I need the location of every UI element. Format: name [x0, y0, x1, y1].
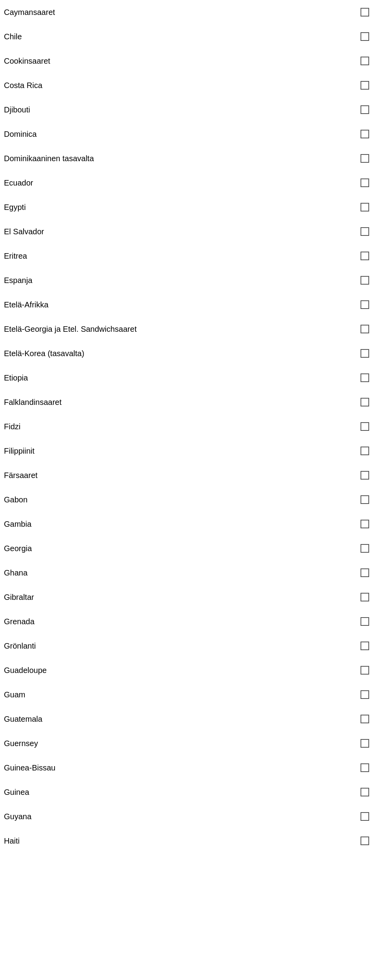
- country-checkbox[interactable]: [361, 154, 369, 163]
- list-item: Etelä-Georgia ja Etel. Sandwichsaaret: [0, 317, 377, 341]
- list-item: Grenada: [0, 609, 377, 634]
- country-label: Färsaaret: [4, 471, 353, 480]
- country-checkbox[interactable]: [361, 447, 369, 455]
- country-label: Fidzi: [4, 422, 353, 431]
- country-checkbox[interactable]: [361, 495, 369, 504]
- country-label: Espanja: [4, 276, 353, 285]
- country-checkbox[interactable]: [361, 203, 369, 211]
- country-label: Costa Rica: [4, 81, 353, 90]
- country-checkbox[interactable]: [361, 422, 369, 431]
- country-label: Grönlanti: [4, 642, 353, 651]
- country-label: Ghana: [4, 568, 353, 577]
- country-checkbox[interactable]: [361, 81, 369, 90]
- country-label: Gabon: [4, 495, 353, 504]
- list-item: Guatemala: [0, 707, 377, 731]
- country-label: Eritrea: [4, 252, 353, 261]
- country-checkbox[interactable]: [361, 471, 369, 480]
- list-item: Egypti: [0, 195, 377, 219]
- list-item: Gabon: [0, 487, 377, 512]
- list-item: Chile: [0, 24, 377, 49]
- list-item: Guernsey: [0, 731, 377, 756]
- country-label: Guinea: [4, 788, 353, 797]
- country-checkbox[interactable]: [361, 57, 369, 65]
- country-checkbox[interactable]: [361, 812, 369, 821]
- list-item: Espanja: [0, 268, 377, 292]
- country-label: Guernsey: [4, 739, 353, 748]
- list-item: Caymansaaret: [0, 0, 377, 24]
- country-label: Chile: [4, 32, 353, 41]
- list-item: Guadeloupe: [0, 658, 377, 682]
- list-item: Guinea: [0, 780, 377, 804]
- country-checkbox[interactable]: [361, 8, 369, 17]
- country-checkbox[interactable]: [361, 544, 369, 553]
- country-checkbox[interactable]: [361, 837, 369, 845]
- list-item: Etelä-Korea (tasavalta): [0, 341, 377, 366]
- country-label: Dominica: [4, 130, 353, 139]
- country-label: Guinea-Bissau: [4, 763, 353, 772]
- list-item: Eritrea: [0, 244, 377, 268]
- country-checkbox[interactable]: [361, 568, 369, 577]
- list-item: Ecuador: [0, 171, 377, 195]
- country-checkbox[interactable]: [361, 252, 369, 260]
- list-item: El Salvador: [0, 219, 377, 244]
- list-item: Falklandinsaaret: [0, 390, 377, 414]
- list-item: Djibouti: [0, 97, 377, 122]
- country-checkbox[interactable]: [361, 520, 369, 528]
- country-label: Egypti: [4, 203, 353, 212]
- country-label: Guadeloupe: [4, 666, 353, 675]
- country-label: Gambia: [4, 520, 353, 529]
- country-label: Etelä-Korea (tasavalta): [4, 349, 353, 358]
- country-checkbox[interactable]: [361, 300, 369, 309]
- country-checkbox[interactable]: [361, 373, 369, 382]
- list-item: Färsaaret: [0, 463, 377, 487]
- country-label: Caymansaaret: [4, 8, 353, 17]
- country-label: Djibouti: [4, 105, 353, 114]
- country-checkbox[interactable]: [361, 105, 369, 114]
- country-checkbox[interactable]: [361, 593, 369, 601]
- country-label: Etiopia: [4, 373, 353, 382]
- list-item: Guyana: [0, 804, 377, 829]
- country-checkbox[interactable]: [361, 788, 369, 796]
- country-checkbox[interactable]: [361, 130, 369, 138]
- country-label: El Salvador: [4, 227, 353, 236]
- list-item: Costa Rica: [0, 73, 377, 97]
- list-item: Guinea-Bissau: [0, 756, 377, 780]
- country-checkbox[interactable]: [361, 763, 369, 772]
- list-item: Grönlanti: [0, 634, 377, 658]
- country-checkbox[interactable]: [361, 325, 369, 333]
- country-checkbox[interactable]: [361, 276, 369, 285]
- country-checkbox[interactable]: [361, 617, 369, 626]
- country-label: Guyana: [4, 812, 353, 821]
- country-label: Falklandinsaaret: [4, 398, 353, 407]
- country-checkbox[interactable]: [361, 715, 369, 723]
- country-checkbox[interactable]: [361, 690, 369, 699]
- list-item: Haiti: [0, 829, 377, 853]
- country-checkbox[interactable]: [361, 666, 369, 675]
- country-label: Etelä-Afrikka: [4, 300, 353, 309]
- list-item: Gibraltar: [0, 585, 377, 609]
- list-item: Georgia: [0, 536, 377, 561]
- list-item: Etelä-Afrikka: [0, 292, 377, 317]
- list-item: Filippiinit: [0, 439, 377, 463]
- country-checkbox[interactable]: [361, 178, 369, 187]
- list-item: Dominica: [0, 122, 377, 146]
- country-checkbox[interactable]: [361, 739, 369, 748]
- list-item: Dominikaaninen tasavalta: [0, 146, 377, 171]
- list-item: Gambia: [0, 512, 377, 536]
- country-label: Etelä-Georgia ja Etel. Sandwichsaaret: [4, 325, 353, 334]
- country-checkbox[interactable]: [361, 227, 369, 236]
- list-item: Etiopia: [0, 366, 377, 390]
- country-label: Guam: [4, 690, 353, 699]
- country-label: Ecuador: [4, 178, 353, 188]
- country-checkbox[interactable]: [361, 642, 369, 650]
- country-label: Haiti: [4, 837, 353, 846]
- country-checkbox[interactable]: [361, 349, 369, 358]
- country-label: Georgia: [4, 544, 353, 553]
- country-label: Filippiinit: [4, 447, 353, 456]
- country-label: Gibraltar: [4, 593, 353, 602]
- list-item: Cookinsaaret: [0, 49, 377, 73]
- country-checkbox[interactable]: [361, 32, 369, 41]
- country-label: Dominikaaninen tasavalta: [4, 154, 353, 163]
- country-checkbox[interactable]: [361, 398, 369, 406]
- list-item: Ghana: [0, 561, 377, 585]
